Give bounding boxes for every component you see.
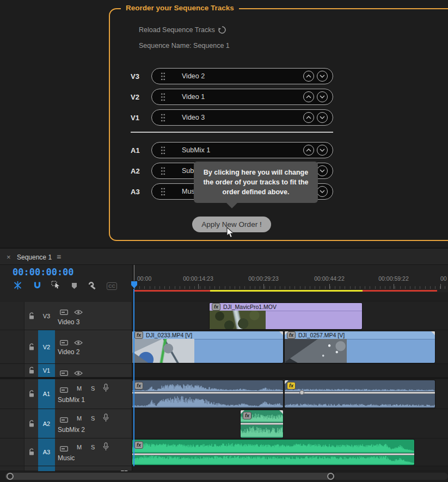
mute-button[interactable]: M [77, 415, 82, 422]
audio-clip-a1-1[interactable]: fx [132, 380, 283, 408]
source-patch-icon[interactable] [60, 368, 68, 378]
audio-clip-a2[interactable]: fx [241, 410, 283, 438]
volume-rubber-band[interactable] [132, 392, 283, 394]
nest-toggle-icon[interactable] [13, 281, 22, 292]
move-down-button[interactable] [317, 165, 328, 176]
clip-label: DJI_MavicPro1.MOV [223, 304, 277, 310]
track-name[interactable]: Music [58, 454, 75, 462]
track-header-a1: A1 M S SubMix 1 [0, 379, 132, 409]
drag-handle-icon[interactable] [161, 72, 165, 81]
audio-clip-music[interactable]: fx [132, 440, 414, 465]
track-target-a1[interactable]: A1 [38, 379, 55, 409]
lock-icon[interactable] [28, 420, 35, 430]
move-up-button[interactable] [303, 112, 314, 123]
clip-dji-0233[interactable]: fx DJI_0233.MP4 [V] [132, 331, 283, 363]
drag-handle-icon[interactable] [161, 166, 165, 176]
solo-button[interactable]: S [91, 415, 95, 422]
drag-handle-icon[interactable] [161, 92, 165, 102]
mute-button[interactable]: M [77, 444, 82, 450]
timeline-settings-wrench-icon[interactable] [88, 281, 97, 292]
reload-icon[interactable] [218, 26, 226, 36]
lock-icon[interactable] [28, 312, 35, 322]
track-target-v2[interactable]: V2 [38, 330, 55, 363]
volume-rubber-band[interactable] [241, 423, 283, 425]
snap-magnet-icon[interactable] [33, 281, 42, 292]
track-target-a3[interactable]: A3 [38, 438, 55, 466]
clip-end-fold [279, 410, 283, 414]
panel-title: Reorder your Sequence Tracks [121, 4, 239, 12]
move-up-button[interactable] [303, 91, 314, 102]
captions-icon[interactable]: CC [107, 282, 117, 290]
row-channel-label: V3 [131, 72, 151, 81]
track-name[interactable]: SubMix 1 [58, 396, 85, 404]
source-patch-icon[interactable] [60, 307, 68, 317]
scrollbar-track-right[interactable] [333, 473, 448, 480]
clip-dji-mavicpro1[interactable]: fx DJI_MavicPro1.MOV [210, 303, 362, 329]
playhead-timecode[interactable]: 00:00:00:00 [13, 267, 74, 277]
zoom-handle-right[interactable] [327, 473, 334, 480]
move-down-button[interactable] [317, 145, 328, 156]
track-pill-v2[interactable]: Video 1 [151, 89, 333, 105]
move-down-button[interactable] [317, 91, 328, 102]
move-up-button[interactable] [303, 145, 314, 156]
lock-icon[interactable] [28, 448, 35, 458]
track-pill-v1[interactable]: Video 3 [151, 109, 333, 126]
tab-close-icon[interactable]: × [7, 253, 11, 261]
volume-keyframe-dot[interactable] [299, 390, 304, 395]
move-down-button[interactable] [317, 186, 328, 197]
zoom-scrollbar[interactable] [5, 473, 334, 480]
ruler-label: 00 [440, 275, 447, 282]
timeline-upper-strip [132, 292, 448, 302]
time-ruler[interactable]: 00:00 00:00:14:23 00:00:29:23 00:00:44:2… [132, 265, 448, 292]
track-pill-a1[interactable]: SubMix 1 [151, 142, 333, 158]
voiceover-mic-icon[interactable] [103, 384, 109, 394]
zoom-handle-left[interactable] [7, 473, 14, 480]
track-name[interactable]: Video 3 [58, 318, 79, 326]
fx-badge-icon: fx [134, 331, 143, 339]
playhead-line[interactable] [133, 289, 134, 466]
source-patch-icon[interactable] [60, 415, 68, 425]
track-target-v3[interactable]: V3 [38, 302, 55, 330]
move-down-button[interactable] [317, 112, 328, 123]
move-up-button[interactable] [303, 71, 314, 82]
track-header-partial [0, 466, 132, 471]
fx-badge-icon: fx [212, 303, 220, 311]
source-patch-icon[interactable] [60, 338, 68, 348]
drag-handle-icon[interactable] [161, 113, 165, 122]
clip-thumbnail [132, 339, 194, 363]
toggle-track-output-eye-icon[interactable] [74, 368, 83, 378]
audio-clip-a1-2[interactable]: fx [285, 380, 435, 408]
drag-handle-icon[interactable] [161, 187, 165, 196]
toggle-track-output-eye-icon[interactable] [74, 338, 83, 348]
solo-button[interactable]: S [91, 444, 95, 450]
volume-rubber-band[interactable] [132, 453, 414, 455]
ruler-label: 00:00:14:23 [183, 275, 213, 282]
mouse-cursor [226, 227, 235, 241]
volume-rubber-band[interactable] [285, 392, 435, 394]
clip-end-fold [279, 331, 283, 335]
solo-button[interactable]: S [91, 385, 95, 392]
toggle-track-output-eye-icon[interactable] [74, 307, 83, 317]
track-content-v1[interactable] [132, 364, 448, 378]
drag-handle-icon[interactable] [161, 146, 165, 155]
lock-icon[interactable] [28, 390, 35, 400]
source-patch-icon[interactable] [60, 385, 68, 395]
track-name[interactable]: Video 2 [58, 348, 79, 356]
linked-selection-icon[interactable] [51, 281, 60, 291]
clip-dji-0257[interactable]: fx DJI_0257.MP4 [V] [285, 331, 435, 363]
lock-icon[interactable] [28, 367, 35, 376]
mute-button[interactable]: M [77, 385, 82, 392]
track-pill-v3[interactable]: Video 2 [151, 68, 333, 84]
move-down-button[interactable] [317, 71, 328, 82]
source-patch-icon[interactable] [60, 444, 68, 454]
tab-sequence-1[interactable]: Sequence 1 [17, 254, 52, 261]
voiceover-mic-icon[interactable] [103, 413, 109, 424]
lock-icon[interactable] [28, 343, 35, 353]
voiceover-mic-icon[interactable] [103, 442, 109, 453]
track-content-a2[interactable] [132, 409, 448, 438]
track-target-a2[interactable]: A2 [38, 409, 55, 438]
track-name[interactable]: SubMix 2 [58, 426, 85, 434]
track-target-v1[interactable]: V1 [38, 364, 55, 377]
panel-menu-icon[interactable]: ≡ [57, 252, 61, 261]
add-marker-icon[interactable] [71, 282, 77, 292]
